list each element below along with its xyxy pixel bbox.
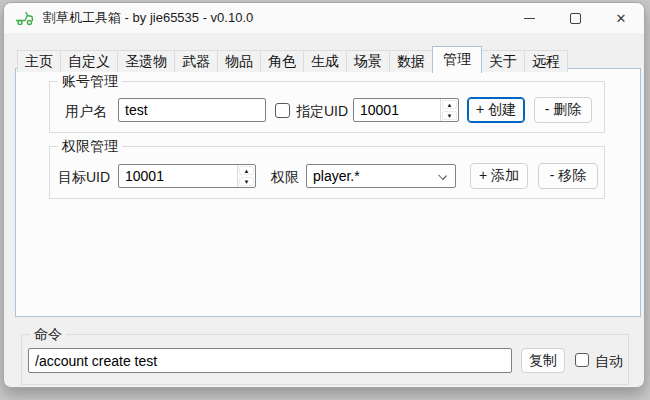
title-bar: 割草机工具箱 - by jie65535 - v0.10.0 ✕: [4, 3, 644, 33]
target-uid-label: 目标UID: [58, 169, 110, 187]
target-uid-spin-up-button[interactable]: ▲: [239, 166, 254, 175]
tab-about[interactable]: 关于: [481, 50, 525, 72]
tab-management[interactable]: 管理: [432, 46, 482, 73]
uid-spinner-value: 10001: [354, 99, 440, 121]
tab-spawn[interactable]: 生成: [303, 50, 347, 72]
add-permission-button[interactable]: + 添加: [470, 163, 528, 189]
minimize-button[interactable]: [506, 3, 552, 33]
tab-home[interactable]: 主页: [17, 50, 61, 72]
command-group-title: 命令: [30, 326, 66, 342]
permission-combobox[interactable]: player.*: [306, 164, 456, 188]
command-group: 命令 复制 自动: [21, 334, 629, 385]
specify-uid-label: 指定UID: [296, 103, 348, 121]
tab-characters[interactable]: 角色: [260, 50, 304, 72]
close-button[interactable]: ✕: [598, 3, 644, 33]
app-mower-icon: [15, 10, 35, 26]
target-uid-spinner[interactable]: 10001 ▲ ▼: [118, 164, 256, 188]
close-icon: ✕: [616, 12, 627, 25]
username-label: 用户名: [65, 103, 107, 121]
uid-spin-down-button[interactable]: ▼: [442, 111, 457, 120]
permission-combobox-value: player.*: [313, 168, 360, 184]
management-tab-panel: 账号管理 用户名 指定UID 10001 ▲ ▼ + 创建 - 删除 权限管理 …: [15, 68, 641, 317]
tab-artifacts[interactable]: 圣遗物: [117, 50, 175, 72]
maximize-icon: [570, 13, 581, 24]
target-uid-spin-down-button[interactable]: ▼: [239, 177, 254, 186]
window-controls: ✕: [506, 3, 644, 33]
permission-group-title: 权限管理: [58, 138, 122, 154]
window-title: 割草机工具箱 - by jie65535 - v0.10.0: [43, 9, 253, 27]
account-management-group: 账号管理 用户名 指定UID 10001 ▲ ▼ + 创建 - 删除: [49, 81, 605, 133]
tab-remote[interactable]: 远程: [524, 50, 568, 72]
remove-permission-button[interactable]: - 移除: [538, 163, 598, 189]
tab-bar: 主页 自定义 圣遗物 武器 物品 角色 生成 场景 数据 管理 关于 远程: [17, 46, 567, 72]
permission-management-group: 权限管理 目标UID 10001 ▲ ▼ 权限 player.* + 添加 - …: [49, 146, 605, 199]
tab-items[interactable]: 物品: [217, 50, 261, 72]
target-uid-spinner-value: 10001: [119, 165, 237, 187]
tab-data[interactable]: 数据: [389, 50, 433, 72]
copy-command-button[interactable]: 复制: [521, 348, 565, 373]
uid-spin-up-button[interactable]: ▲: [442, 100, 457, 109]
account-group-title: 账号管理: [58, 73, 122, 89]
app-window: 割草机工具箱 - by jie65535 - v0.10.0 ✕ 主页 自定义 …: [3, 2, 645, 388]
command-input[interactable]: [28, 348, 512, 373]
maximize-button[interactable]: [552, 3, 598, 33]
minimize-icon: [524, 18, 535, 19]
uid-spinner[interactable]: 10001 ▲ ▼: [353, 98, 459, 122]
chevron-down-icon: [438, 171, 447, 180]
tab-custom[interactable]: 自定义: [60, 50, 118, 72]
create-account-button[interactable]: + 创建: [467, 97, 525, 123]
username-input[interactable]: [118, 98, 266, 122]
auto-label: 自动: [595, 353, 623, 371]
specify-uid-checkbox[interactable]: [275, 103, 290, 118]
tab-weapons[interactable]: 武器: [174, 50, 218, 72]
tab-scene[interactable]: 场景: [346, 50, 390, 72]
permission-label: 权限: [271, 169, 299, 187]
auto-checkbox[interactable]: [575, 353, 589, 367]
delete-account-button[interactable]: - 删除: [534, 97, 592, 123]
